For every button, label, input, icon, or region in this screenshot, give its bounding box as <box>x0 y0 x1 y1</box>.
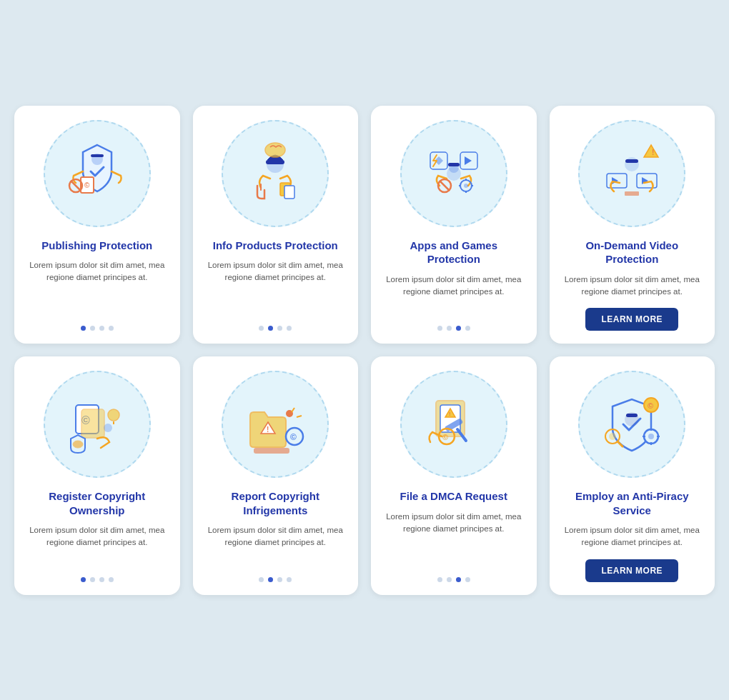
card-title: Report Copyright Infrigements <box>204 489 347 517</box>
dot-1 <box>437 577 442 582</box>
pagination-dots <box>437 577 470 582</box>
svg-rect-11 <box>284 186 294 199</box>
svg-point-63 <box>648 434 654 439</box>
svg-rect-1 <box>91 154 104 157</box>
svg-point-39 <box>108 409 119 421</box>
svg-point-41 <box>104 424 112 432</box>
dot-3 <box>277 326 282 331</box>
card-title: Apps and Games Protection <box>382 239 525 266</box>
dot-4 <box>287 577 292 582</box>
card-text: Lorem ipsum dolor sit dim amet, mea regi… <box>26 259 169 316</box>
svg-text:!: ! <box>267 426 269 434</box>
svg-rect-17 <box>448 163 460 166</box>
svg-text:©: © <box>84 181 90 189</box>
svg-point-38 <box>73 441 83 448</box>
card-register-copyright: © Register Copyright Ownership Lorem ips… <box>14 356 180 595</box>
card-on-demand-video: ! On-Demand Video Protection Lorem ipsum… <box>550 106 715 344</box>
card-title: On-Demand Video Protection <box>561 239 704 266</box>
card-title: File a DMCA Request <box>400 489 507 504</box>
svg-text:©: © <box>290 432 297 442</box>
dot-1 <box>81 577 86 582</box>
dot-2 <box>447 577 452 582</box>
svg-text:!: ! <box>652 149 654 156</box>
svg-rect-47 <box>254 448 289 454</box>
svg-line-19 <box>440 181 450 191</box>
svg-text:!: ! <box>449 411 451 417</box>
dot-3 <box>99 326 104 331</box>
svg-marker-26 <box>644 145 658 157</box>
svg-line-49 <box>297 416 302 417</box>
dot-3 <box>99 577 104 582</box>
icon-dmca: ! © <box>400 371 507 478</box>
card-title: Publishing Protection <box>41 239 152 253</box>
card-text: Lorem ipsum dolor sit dim amet, mea regi… <box>204 259 347 316</box>
svg-text:©: © <box>442 433 448 441</box>
svg-point-8 <box>265 143 285 157</box>
dot-4 <box>109 326 114 331</box>
dot-2 <box>90 577 95 582</box>
learn-more-button-1[interactable]: LEARN MORE <box>585 308 678 331</box>
dot-1 <box>81 326 86 331</box>
card-text: Lorem ipsum dolor sit dim amet, mea regi… <box>26 524 169 567</box>
card-text: Lorem ipsum dolor sit dim amet, mea regi… <box>382 511 525 567</box>
dot-4 <box>287 326 292 331</box>
dot-3 <box>456 577 461 582</box>
card-file-dmca: ! © File a DMCA Request Lorem ipsum dolo… <box>371 356 537 595</box>
dot-4 <box>465 326 470 331</box>
dot-2 <box>268 326 273 331</box>
dot-1 <box>437 326 442 331</box>
svg-text:©: © <box>648 401 653 410</box>
card-report-copyright: ! © Report Copyright Infrigements Lorem … <box>193 356 359 595</box>
pagination-dots <box>259 326 292 331</box>
dot-1 <box>259 577 264 582</box>
pagination-dots <box>259 577 292 582</box>
dot-2 <box>268 577 273 582</box>
icon-on-demand: ! <box>578 120 685 227</box>
card-text: Lorem ipsum dolor sit dim amet, mea regi… <box>382 274 525 316</box>
dot-4 <box>109 577 114 582</box>
card-title: Register Copyright Ownership <box>26 489 169 517</box>
dot-4 <box>465 577 470 582</box>
card-title: Employ an Anti-Piracy Service <box>561 489 704 517</box>
icon-register-copyright: © <box>44 371 151 478</box>
card-anti-piracy: © Employ an Anti-Piracy Service Lorem ip… <box>550 356 715 595</box>
pagination-dots <box>81 577 114 582</box>
svg-point-69 <box>609 433 616 440</box>
card-apps-games-protection: Apps and Games Protection Lorem ipsum do… <box>371 106 537 344</box>
svg-rect-29 <box>625 159 638 163</box>
pagination-dots <box>437 326 470 331</box>
icon-anti-piracy: © <box>578 371 685 478</box>
dot-2 <box>447 326 452 331</box>
pagination-dots <box>81 326 114 331</box>
card-text: Lorem ipsum dolor sit dim amet, mea regi… <box>561 524 704 549</box>
card-text: Lorem ipsum dolor sit dim amet, mea regi… <box>204 524 347 567</box>
svg-rect-59 <box>626 414 638 417</box>
learn-more-button-2[interactable]: LEARN MORE <box>585 559 678 582</box>
card-info-products-protection: Info Products Protection Lorem ipsum dol… <box>193 106 359 344</box>
dot-3 <box>277 577 282 582</box>
svg-rect-37 <box>81 409 104 438</box>
icon-info-products <box>222 120 329 227</box>
svg-rect-34 <box>625 191 639 196</box>
card-text: Lorem ipsum dolor sit dim amet, mea regi… <box>561 274 704 299</box>
icon-report-copyright: ! © <box>222 371 329 478</box>
svg-point-21 <box>464 184 468 188</box>
dot-2 <box>90 326 95 331</box>
icon-apps-games <box>400 120 507 227</box>
card-publishing-protection: © Publishing Protection Lorem ipsum dolo… <box>14 106 180 344</box>
dot-1 <box>259 326 264 331</box>
card-title: Info Products Protection <box>213 239 338 253</box>
cards-grid: © Publishing Protection Lorem ipsum dolo… <box>14 106 715 595</box>
svg-line-48 <box>292 408 294 412</box>
icon-publishing-protection: © <box>44 120 151 227</box>
svg-rect-7 <box>266 160 284 164</box>
dot-3 <box>456 326 461 331</box>
